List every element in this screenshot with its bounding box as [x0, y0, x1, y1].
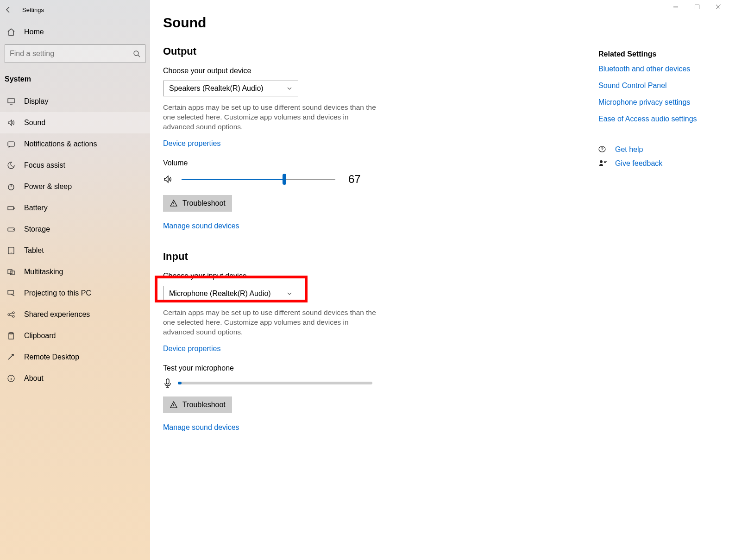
sidebar-item-label: About: [24, 374, 44, 383]
sidebar-category: System: [0, 73, 150, 91]
main: Sound Output Choose your output device S…: [150, 0, 729, 560]
sidebar-item-label: Remote Desktop: [24, 353, 79, 361]
volume-label: Volume: [163, 159, 450, 167]
input-device-selected: Microphone (Realtek(R) Audio): [169, 289, 271, 298]
input-device-properties-link[interactable]: Device properties: [163, 345, 221, 353]
svg-rect-5: [14, 208, 15, 209]
sidebar-item-sound[interactable]: Sound: [0, 112, 150, 133]
svg-rect-12: [8, 290, 13, 294]
warning-icon: [170, 401, 178, 409]
sidebar-item-remote[interactable]: Remote Desktop: [0, 346, 150, 368]
output-troubleshoot-label: Troubleshoot: [182, 199, 226, 208]
svg-rect-1: [8, 99, 14, 103]
speaker-icon[interactable]: [163, 174, 173, 184]
output-choose-label: Choose your output device: [163, 67, 450, 75]
battery-icon: [6, 204, 16, 212]
svg-rect-2: [8, 142, 14, 146]
warning-icon: [170, 199, 178, 208]
search-wrap: [0, 44, 150, 63]
sidebar-item-label: Display: [24, 97, 48, 106]
sidebar-top: Settings: [0, 2, 150, 18]
sidebar-item-about[interactable]: About: [0, 368, 150, 389]
sidebar-item-label: Clipboard: [24, 332, 56, 340]
multitasking-icon: [6, 268, 16, 276]
storage-icon: [6, 225, 16, 233]
svg-rect-19: [695, 5, 699, 9]
search-input[interactable]: [10, 50, 129, 58]
sidebar-item-label: Battery: [24, 204, 48, 212]
sidebar-item-label: Projecting to this PC: [24, 289, 91, 297]
related-link-bluetooth[interactable]: Bluetooth and other devices: [598, 65, 719, 73]
output-heading: Output: [163, 45, 450, 57]
remote-icon: [6, 353, 16, 361]
svg-rect-20: [166, 379, 169, 384]
sidebar-item-label: Notifications & actions: [24, 140, 97, 148]
input-troubleshoot-label: Troubleshoot: [182, 401, 226, 409]
related-heading: Related Settings: [598, 50, 719, 58]
sidebar-item-label: Power & sleep: [24, 182, 72, 191]
related-settings: Related Settings Bluetooth and other dev…: [598, 50, 719, 173]
input-heading: Input: [163, 251, 450, 263]
input-manage-link[interactable]: Manage sound devices: [163, 423, 239, 432]
volume-value: 67: [348, 173, 361, 186]
sidebar-item-shared[interactable]: Shared experiences: [0, 304, 150, 325]
volume-slider[interactable]: [182, 175, 335, 183]
sidebar-item-multitasking[interactable]: Multitasking: [0, 261, 150, 283]
svg-point-13: [8, 314, 10, 315]
give-feedback-label: Give feedback: [615, 159, 662, 168]
sidebar-item-tablet[interactable]: Tablet: [0, 240, 150, 261]
projecting-icon: [6, 289, 16, 297]
notifications-icon: [6, 140, 16, 148]
sidebar-item-focus-assist[interactable]: Focus assist: [0, 155, 150, 176]
sidebar-item-projecting[interactable]: Projecting to this PC: [0, 283, 150, 304]
tablet-icon: [6, 246, 16, 255]
output-device-properties-link[interactable]: Device properties: [163, 139, 221, 148]
sidebar-item-label: Tablet: [24, 246, 44, 255]
svg-point-9: [11, 252, 12, 253]
search-icon: [133, 50, 140, 57]
sidebar-item-notifications[interactable]: Notifications & actions: [0, 133, 150, 155]
home-icon: [6, 28, 16, 36]
give-feedback-row[interactable]: Give feedback: [598, 159, 719, 168]
output-troubleshoot-button[interactable]: Troubleshoot: [163, 195, 232, 212]
output-manage-link[interactable]: Manage sound devices: [163, 222, 239, 230]
power-icon: [6, 182, 16, 191]
related-link-mic-privacy[interactable]: Microphone privacy settings: [598, 98, 719, 107]
output-device-selected: Speakers (Realtek(R) Audio): [169, 84, 264, 93]
feedback-icon: [598, 159, 608, 168]
sound-icon: [6, 119, 16, 127]
related-link-sound-control[interactable]: Sound Control Panel: [598, 82, 719, 90]
svg-point-14: [13, 312, 14, 314]
svg-point-15: [13, 315, 14, 317]
window-title: Settings: [22, 6, 44, 13]
content-column: Sound Output Choose your output device S…: [163, 15, 450, 560]
search-box[interactable]: [5, 44, 145, 63]
help-icon: [598, 145, 608, 154]
page-title: Sound: [163, 15, 450, 31]
maximize-button[interactable]: [686, 0, 708, 14]
microphone-icon: [163, 378, 172, 388]
sidebar-item-battery[interactable]: Battery: [0, 197, 150, 219]
sidebar-item-display[interactable]: Display: [0, 91, 150, 112]
back-icon[interactable]: [5, 6, 12, 13]
sidebar-item-clipboard[interactable]: Clipboard: [0, 325, 150, 346]
clipboard-icon: [6, 332, 16, 340]
input-device-dropdown[interactable]: Microphone (Realtek(R) Audio): [163, 286, 298, 302]
display-icon: [6, 97, 16, 106]
get-help-row[interactable]: Get help: [598, 145, 719, 154]
minimize-button[interactable]: [665, 0, 686, 14]
sidebar-item-power-sleep[interactable]: Power & sleep: [0, 176, 150, 197]
sidebar-item-label: Focus assist: [24, 161, 65, 170]
sidebar-home-label: Home: [24, 28, 44, 36]
output-device-dropdown[interactable]: Speakers (Realtek(R) Audio): [163, 81, 298, 96]
sidebar-item-storage[interactable]: Storage: [0, 219, 150, 240]
test-mic-label: Test your microphone: [163, 364, 450, 372]
close-button[interactable]: [708, 0, 729, 14]
related-link-ease-audio[interactable]: Ease of Access audio settings: [598, 115, 719, 123]
svg-point-7: [13, 229, 14, 230]
sidebar-home[interactable]: Home: [0, 18, 150, 44]
input-choose-label: Choose your input device: [163, 272, 450, 280]
input-troubleshoot-button[interactable]: Troubleshoot: [163, 396, 232, 413]
mic-test-row: [163, 378, 450, 388]
sidebar: Settings Home System Display Sound Notif…: [0, 0, 150, 560]
